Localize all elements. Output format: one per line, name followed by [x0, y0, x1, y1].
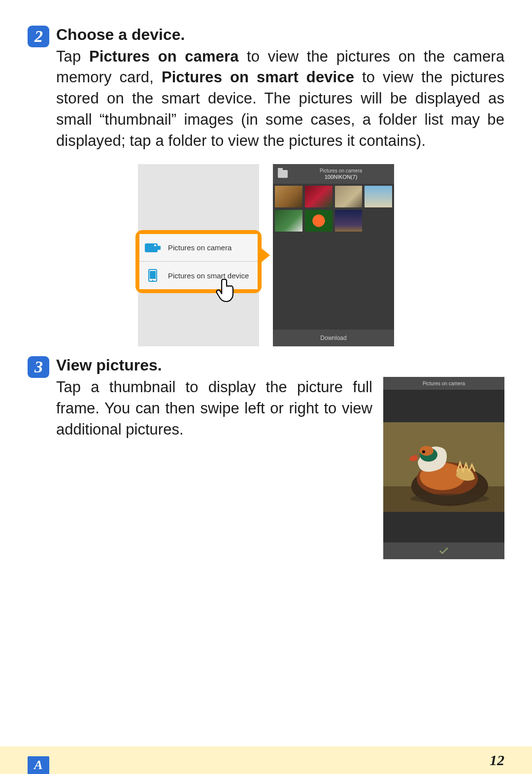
thumbnail[interactable] [335, 210, 363, 232]
folder-icon [278, 170, 288, 178]
page-number: 12 [490, 752, 504, 769]
menu-item-pictures-on-camera[interactable]: Pictures on camera [139, 234, 258, 262]
thumbnail[interactable] [305, 210, 332, 232]
tap-hand-icon [215, 276, 241, 304]
confirm-button[interactable] [383, 542, 504, 559]
phone-fullframe-screenshot: Pictures on camera [383, 377, 504, 559]
fullframe-header: Pictures on camera [383, 377, 504, 390]
svg-point-13 [420, 446, 433, 456]
svg-point-5 [152, 280, 153, 281]
svg-point-2 [154, 244, 156, 246]
step-2-body: Tap Pictures on camera to view the pictu… [56, 46, 504, 152]
spacer [383, 512, 504, 542]
svg-point-15 [410, 494, 489, 504]
spacer [383, 390, 504, 422]
bold-text: Pictures on smart device [162, 68, 354, 86]
bold-text: Pictures on camera [89, 48, 239, 65]
text: Tap [56, 48, 89, 65]
svg-rect-1 [158, 246, 161, 250]
svg-rect-4 [150, 271, 156, 279]
menu-label: Pictures on camera [168, 243, 253, 252]
phone-gallery-screenshot: Pictures on camera 100NIKON(7) Download [273, 164, 394, 346]
menu-highlight-box: Pictures on camera Pictures on smart dev… [135, 230, 262, 293]
thumbnail[interactable] [365, 186, 392, 207]
step-2-badge: 2 [28, 26, 49, 47]
gallery-header-line1: Pictures on camera [293, 168, 389, 174]
thumbnail[interactable] [275, 186, 302, 207]
gallery-header: Pictures on camera 100NIKON(7) [273, 164, 394, 184]
duck-image-icon [383, 422, 504, 512]
page-footer: A 12 [0, 746, 532, 774]
step-2-title: Choose a device. [56, 25, 504, 45]
phone-menu-screenshot: Pictures on camera Pictures on smart dev… [138, 164, 259, 346]
step-3: 3 View pictures. Tap a thumbnail to disp… [28, 355, 504, 559]
gallery-header-line2: 100NIKON(7) [293, 174, 389, 180]
thumbnail[interactable] [335, 186, 363, 207]
download-button[interactable]: Download [273, 330, 394, 346]
step-3-body: Tap a thumbnail to display the picture f… [56, 377, 372, 440]
camera-icon [144, 241, 161, 254]
thumbnail-grid [273, 184, 394, 330]
step-3-title: View pictures. [56, 355, 504, 376]
step-2-figure: Pictures on camera Pictures on smart dev… [28, 164, 504, 346]
thumbnail[interactable] [275, 210, 302, 232]
section-tab: A [28, 756, 49, 774]
step-3-badge: 3 [28, 356, 49, 378]
checkmark-icon [439, 547, 449, 555]
step-2: 2 Choose a device. Tap Pictures on camer… [28, 25, 504, 151]
smart-device-icon [144, 269, 161, 282]
fullframe-image[interactable] [383, 422, 504, 512]
thumbnail[interactable] [305, 186, 332, 207]
svg-point-14 [422, 450, 425, 453]
